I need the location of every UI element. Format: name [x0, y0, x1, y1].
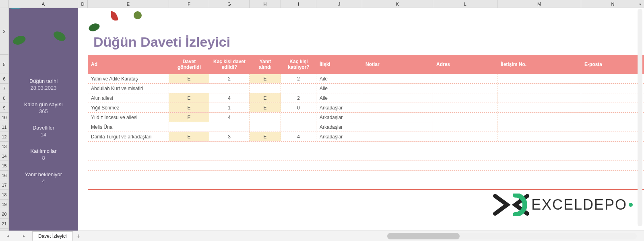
row-7[interactable]: 7: [0, 84, 8, 93]
scroll-down-icon[interactable]: ▾: [639, 2, 641, 6]
cell[interactable]: Arkadaşlar: [316, 103, 362, 112]
col-H[interactable]: H: [250, 0, 281, 8]
hdr-katiliyor[interactable]: Kaç kişi katılıyor?: [281, 55, 316, 74]
cell[interactable]: Arkadaşlar: [316, 122, 362, 132]
row-header-column[interactable]: 2 5 6 7 8 9 10 11 12 13 14 15 16 17 18 1…: [0, 8, 9, 231]
hdr-adres[interactable]: Adres: [433, 55, 497, 74]
col-K[interactable]: K: [362, 0, 433, 8]
cell[interactable]: Aile: [316, 84, 362, 93]
row-12[interactable]: 12: [0, 132, 8, 142]
cell[interactable]: [281, 113, 316, 122]
cell[interactable]: Aile: [316, 74, 362, 83]
table-row[interactable]: Damla Turgut ve arkadaşlarıE3E4Arkadaşla…: [88, 132, 644, 142]
column-header-row[interactable]: A D E F G H I J K L M N ▾: [0, 0, 644, 8]
cell[interactable]: [433, 103, 497, 112]
cell[interactable]: [581, 84, 644, 93]
row-20[interactable]: 20: [0, 209, 8, 219]
row-10[interactable]: 10: [0, 113, 8, 122]
table-row-empty[interactable]: [88, 142, 644, 151]
cell[interactable]: [581, 103, 644, 112]
horizontal-scroll-thumb[interactable]: [387, 233, 460, 239]
table-row[interactable]: Melis ÜnalArkadaşlar: [88, 122, 644, 132]
row-5[interactable]: 5: [0, 55, 8, 74]
cell[interactable]: Abdullah Kurt ve misafiri: [88, 84, 169, 93]
cell[interactable]: 3: [209, 132, 250, 141]
cell[interactable]: [362, 84, 433, 93]
cell[interactable]: [497, 103, 581, 112]
cell[interactable]: Aile: [316, 93, 362, 103]
cell[interactable]: [433, 122, 497, 132]
row-2[interactable]: 2: [0, 8, 8, 55]
table-row[interactable]: Altın ailesiE4E2Aile: [88, 93, 644, 103]
cell[interactable]: [281, 122, 316, 132]
hdr-yanit[interactable]: Yanıt alındı: [250, 55, 281, 74]
col-M[interactable]: M: [497, 0, 581, 8]
cell[interactable]: [281, 84, 316, 93]
hdr-iliski[interactable]: İlişki: [316, 55, 362, 74]
row-13[interactable]: 13: [0, 142, 8, 151]
cell[interactable]: Yalın ve Adile Karataş: [88, 74, 169, 83]
row-8[interactable]: 8: [0, 93, 8, 103]
col-I[interactable]: I: [281, 0, 316, 8]
cell[interactable]: E: [250, 132, 281, 141]
cell[interactable]: [497, 132, 581, 141]
add-sheet-button[interactable]: +: [73, 233, 84, 240]
table-row[interactable]: Yıldız İncesu ve ailesiE4Arkadaşlar: [88, 113, 644, 122]
cell[interactable]: [169, 122, 209, 132]
tab-prev-icon[interactable]: ◂: [7, 233, 9, 239]
cell[interactable]: [433, 132, 497, 141]
hdr-davet[interactable]: Davet gönderildi: [169, 55, 209, 74]
cell[interactable]: [362, 93, 433, 103]
cell[interactable]: 1: [209, 103, 250, 112]
cell[interactable]: E: [169, 132, 209, 141]
cell[interactable]: E: [169, 74, 209, 83]
cell[interactable]: 0: [281, 103, 316, 112]
cell[interactable]: [581, 132, 644, 141]
cell[interactable]: [581, 74, 644, 83]
cell[interactable]: 2: [281, 74, 316, 83]
row-9[interactable]: 9: [0, 103, 8, 113]
cell[interactable]: [362, 113, 433, 122]
vertical-scrollbar[interactable]: [638, 9, 642, 226]
cell[interactable]: [209, 122, 250, 132]
cell[interactable]: [497, 84, 581, 93]
table-row[interactable]: Yiğit SönmezE1E0Arkadaşlar: [88, 103, 644, 113]
cell[interactable]: [250, 113, 281, 122]
table-row-empty[interactable]: [88, 161, 644, 171]
cell[interactable]: [250, 84, 281, 93]
table-row-empty[interactable]: [88, 151, 644, 161]
row-17[interactable]: 17: [0, 180, 8, 190]
cell[interactable]: [169, 84, 209, 93]
cell[interactable]: Arkadaşlar: [316, 113, 362, 122]
cell[interactable]: Yıldız İncesu ve ailesi: [88, 113, 169, 122]
row-6[interactable]: 6: [0, 74, 8, 84]
cell[interactable]: 4: [209, 113, 250, 122]
cell[interactable]: E: [250, 93, 281, 103]
row-11[interactable]: 11: [0, 122, 8, 132]
cell[interactable]: 4: [281, 132, 316, 141]
cell[interactable]: [497, 113, 581, 122]
table-row[interactable]: Abdullah Kurt ve misafiriAile: [88, 84, 644, 93]
row-18[interactable]: 18: [0, 190, 8, 200]
cell[interactable]: Yiğit Sönmez: [88, 103, 169, 112]
table-row[interactable]: Yalın ve Adile KarataşE2E2Aile: [88, 74, 644, 84]
cell[interactable]: E: [250, 74, 281, 83]
cell[interactable]: E: [169, 113, 209, 122]
hdr-eposta[interactable]: E-posta: [581, 55, 644, 74]
col-D[interactable]: D: [78, 0, 88, 8]
cell[interactable]: [433, 74, 497, 83]
cell[interactable]: E: [169, 103, 209, 112]
cell[interactable]: [362, 122, 433, 132]
cell[interactable]: [362, 132, 433, 141]
cell[interactable]: [497, 93, 581, 103]
cell[interactable]: Damla Turgut ve arkadaşları: [88, 132, 169, 141]
cell[interactable]: Melis Ünal: [88, 122, 169, 132]
table-row-empty[interactable]: [88, 171, 644, 180]
cell[interactable]: 2: [281, 93, 316, 103]
cell[interactable]: [362, 103, 433, 112]
col-E[interactable]: E: [88, 0, 169, 8]
hdr-iletisim[interactable]: İletişim No.: [497, 55, 581, 74]
cell[interactable]: [581, 93, 644, 103]
cell[interactable]: [362, 74, 433, 83]
cell[interactable]: [433, 84, 497, 93]
